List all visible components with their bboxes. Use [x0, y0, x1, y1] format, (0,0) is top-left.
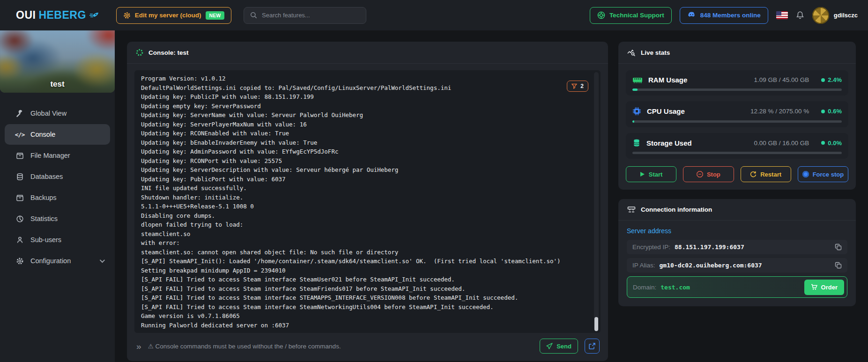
server-name: test — [0, 80, 115, 89]
sidebar-item-global-view[interactable]: Global View — [5, 103, 110, 124]
filter-button[interactable]: 2 — [567, 81, 588, 92]
sidebar-item-sub-users[interactable]: Sub-users — [5, 229, 110, 250]
sidebar-item-console[interactable]: </> Console — [5, 124, 110, 145]
console-scrollbar-thumb[interactable] — [594, 317, 598, 331]
live-stats-panel: Live stats RAM Usage 1.09 GB / 45.00 GB — [618, 42, 856, 190]
copy-icon — [835, 244, 842, 251]
gear-icon — [15, 257, 24, 265]
console-panel: Console: test Program Version: v1.0.12 D… — [127, 42, 608, 361]
sidebar-item-statistics[interactable]: Statistics — [5, 208, 110, 229]
server-address-link[interactable]: Server address — [627, 227, 847, 235]
language-flag-us[interactable] — [776, 11, 788, 19]
external-link-button[interactable] — [585, 339, 600, 354]
stat-percent-badge: 0.0% — [821, 140, 842, 147]
stats-list: RAM Usage 1.09 GB / 45.00 GB 2.4% — [618, 64, 856, 159]
send-button[interactable]: Send — [540, 339, 578, 354]
search-input[interactable] — [262, 12, 360, 19]
play-icon — [640, 171, 645, 177]
ram-progress-track — [632, 89, 842, 91]
technical-support-button[interactable]: Technical Support — [590, 7, 672, 24]
domain-value: test.com — [660, 284, 690, 291]
sidebar-item-label: File Manager — [30, 152, 70, 159]
console-title: Console: test — [148, 49, 189, 56]
server-banner-image: test — [0, 30, 115, 93]
notifications-bell-icon[interactable] — [796, 11, 804, 20]
right-column: Live stats RAM Usage 1.09 GB / 45.00 GB — [618, 42, 856, 362]
cpu-progress-fill — [632, 120, 634, 123]
stat-value: 1.09 GB / 45.00 GB — [754, 76, 809, 83]
stat-storage: Storage Used 0.00 GB / 16.00 GB 0.0% — [626, 133, 848, 159]
copy-button[interactable] — [831, 260, 845, 271]
app-logo[interactable]: OUIHEBERG — [16, 9, 99, 22]
ram-icon — [632, 76, 643, 84]
stat-percent-badge: 2.4% — [821, 76, 842, 83]
restart-icon — [750, 171, 757, 177]
live-stats-title: Live stats — [641, 49, 670, 56]
force-stop-icon — [802, 171, 809, 177]
stat-label: CPU Usage — [647, 107, 685, 115]
edit-server-button[interactable]: Edit my server (cloud) NEW — [116, 7, 231, 24]
send-label: Send — [556, 343, 571, 350]
console-scrollbar-track[interactable] — [594, 72, 599, 331]
sidebar-item-databases[interactable]: Databases — [5, 166, 110, 187]
cart-icon — [811, 284, 817, 290]
search-icon — [250, 12, 257, 19]
rocket-icon — [89, 12, 99, 19]
connection-header: Connection information — [618, 199, 856, 221]
sidebar-item-label: Configuration — [30, 257, 71, 265]
storage-icon — [632, 139, 641, 147]
logo-text-oui: OUI — [16, 9, 36, 22]
avatar — [812, 7, 829, 24]
stat-label: Storage Used — [646, 139, 692, 147]
encrypted-ip-value: 88.151.197.199:6037 — [675, 244, 744, 251]
console-output-area: Program Version: v1.0.12 DefaultPalWorld… — [134, 70, 601, 333]
gear-icon — [123, 12, 131, 19]
sidebar-item-configuration[interactable]: Configuration — [5, 251, 110, 271]
storage-progress-track — [632, 152, 842, 154]
user-menu[interactable]: gdilsczc — [812, 7, 858, 24]
ip-alias-label: IP Alias: — [632, 262, 655, 269]
start-button[interactable]: Start — [626, 166, 676, 182]
stop-sign-icon — [697, 171, 703, 177]
copy-button[interactable] — [831, 242, 845, 253]
filter-count: 2 — [580, 83, 584, 89]
live-stats-header: Live stats — [618, 42, 856, 64]
stat-value: 12.28 % / 2075.00 % — [750, 108, 809, 115]
restart-button[interactable]: Restart — [741, 166, 791, 182]
connection-body: Server address Encrypted IP: 88.151.197.… — [618, 221, 856, 306]
box-icon — [15, 194, 24, 202]
prompt-chevrons-icon: » — [136, 342, 141, 351]
order-button[interactable]: Order — [804, 280, 844, 295]
encrypted-ip-row: Encrypted IP: 88.151.197.199:6037 — [627, 240, 847, 254]
topbar-right-group: Technical Support 848 Members online gdi… — [590, 7, 858, 24]
domain-label: Domain: — [633, 284, 656, 291]
members-online-button[interactable]: 848 Members online — [680, 7, 768, 24]
status-dot — [821, 141, 825, 145]
stat-percent-badge: 0.6% — [821, 108, 842, 115]
sidebar-item-label: Console — [30, 131, 55, 138]
stat-label: RAM Usage — [648, 76, 687, 84]
sidebar-item-label: Backups — [30, 194, 57, 201]
main-content: Console: test Program Version: v1.0.12 D… — [115, 30, 868, 362]
sidebar-item-label: Databases — [30, 173, 63, 180]
status-dot — [821, 78, 825, 82]
discord-icon — [687, 12, 696, 19]
flag-canton — [776, 11, 781, 15]
database-icon — [15, 173, 24, 181]
encrypted-ip-label: Encrypted IP: — [632, 244, 670, 251]
console-command-input[interactable] — [148, 343, 534, 350]
external-link-icon — [589, 343, 595, 349]
spinner-icon — [136, 49, 143, 56]
sidebar-item-file-manager[interactable]: File Manager — [5, 145, 110, 166]
sidebar-item-backups[interactable]: Backups — [5, 187, 110, 208]
force-stop-button[interactable]: Force stop — [798, 166, 848, 182]
sidebar-menu: Global View </> Console File Manager Dat… — [0, 93, 115, 271]
console-log: Program Version: v1.0.12 DefaultPalWorld… — [141, 74, 590, 330]
stop-button[interactable]: Stop — [683, 166, 734, 182]
technical-support-label: Technical Support — [609, 12, 664, 19]
app-root: OUIHEBERG Edit my server (cloud) NEW — [0, 0, 868, 362]
members-online-label: 848 Members online — [700, 12, 761, 19]
chevron-down-icon — [100, 258, 105, 263]
ip-alias-value: gm10-dc02.ouiheberg.com:6037 — [660, 262, 762, 269]
stat-ram: RAM Usage 1.09 GB / 45.00 GB 2.4% — [626, 70, 848, 96]
